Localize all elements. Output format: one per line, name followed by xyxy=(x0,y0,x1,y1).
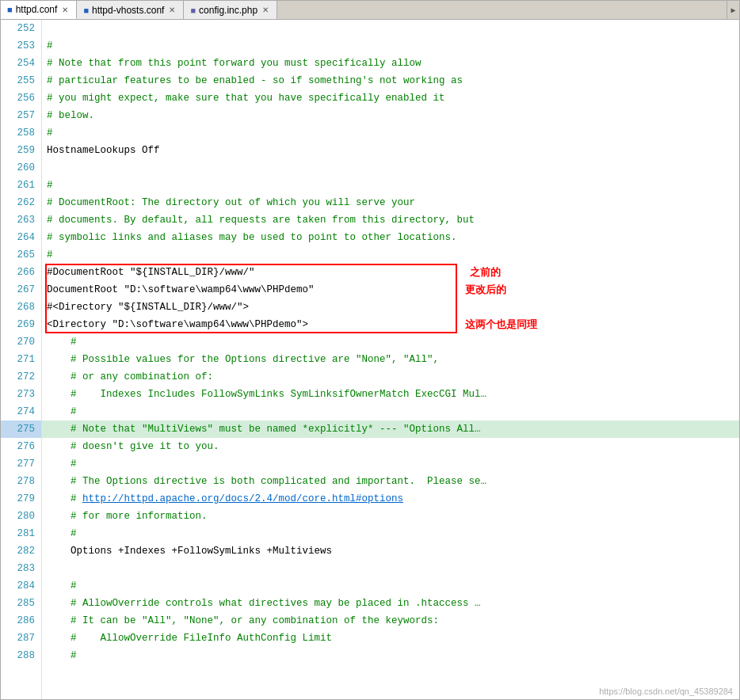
line-number-272: 272 xyxy=(1,368,41,386)
code-line-279: # http://httpd.apache.org/docs/2.4/mod/c… xyxy=(42,490,739,508)
line-number-288: 288 xyxy=(1,647,41,664)
code-line-260 xyxy=(42,159,739,177)
line-number-265: 265 xyxy=(1,246,41,264)
code-line-261: # xyxy=(42,177,739,194)
line-numbers: 2522532542552562572582592602612622632642… xyxy=(1,20,42,699)
line-number-281: 281 xyxy=(1,525,41,542)
tab-config-inc[interactable]: ■ config.inc.php ✕ xyxy=(184,1,277,19)
code-line-270: # xyxy=(42,333,739,351)
code-line-266: #DocumentRoot "${INSTALL_DIR}/www/" xyxy=(42,264,739,281)
code-line-275: # Note that "MultiViews" must be named *… xyxy=(42,420,739,438)
line-number-275: 275 xyxy=(1,420,41,438)
line-number-283: 283 xyxy=(1,560,41,577)
tab-label-httpd-vhosts: httpd-vhosts.conf xyxy=(92,5,164,16)
tab-close-httpd-vhosts[interactable]: ✕ xyxy=(167,6,177,15)
code-line-256: # you might expect, make sure that you h… xyxy=(42,89,739,107)
line-number-262: 262 xyxy=(1,194,41,211)
line-number-254: 254 xyxy=(1,55,41,72)
line-number-286: 286 xyxy=(1,612,41,630)
line-number-253: 253 xyxy=(1,37,41,55)
code-line-277: # xyxy=(42,455,739,473)
tab-label-config-inc: config.inc.php xyxy=(199,5,257,16)
line-number-257: 257 xyxy=(1,107,41,124)
code-line-278: # The Options directive is both complica… xyxy=(42,473,739,490)
code-line-276: # doesn't give it to you. xyxy=(42,438,739,455)
line-number-285: 285 xyxy=(1,595,41,612)
code-line-284: # xyxy=(42,577,739,595)
line-number-276: 276 xyxy=(1,438,41,455)
tab-close-httpd-conf[interactable]: ✕ xyxy=(60,5,70,14)
line-number-277: 277 xyxy=(1,455,41,473)
code-line-282: Options +Indexes +FollowSymLinks +Multiv… xyxy=(42,542,739,560)
line-number-282: 282 xyxy=(1,542,41,560)
code-line-269: <Directory "D:\software\wamp64\www\PHPde… xyxy=(42,316,739,333)
code-line-272: # or any combination of: xyxy=(42,368,739,386)
editor-window: ■ httpd.conf ✕ ■ httpd-vhosts.conf ✕ ■ c… xyxy=(0,0,740,700)
line-number-266: 266 xyxy=(1,264,41,281)
editor-area: 2522532542552562572582592602612622632642… xyxy=(1,20,739,699)
code-line-287: # AllowOverride FileInfo AuthConfig Limi… xyxy=(42,630,739,647)
code-line-286: # It can be "All", "None", or any combin… xyxy=(42,612,739,630)
line-number-284: 284 xyxy=(1,577,41,595)
code-line-259: HostnameLookups Off xyxy=(42,142,739,159)
code-line-267: DocumentRoot "D:\software\wamp64\www\PHP… xyxy=(42,281,739,299)
tab-bar: ■ httpd.conf ✕ ■ httpd-vhosts.conf ✕ ■ c… xyxy=(1,1,739,20)
line-number-255: 255 xyxy=(1,72,41,89)
code-line-280: # for more information. xyxy=(42,508,739,525)
code-line-263: # documents. By default, all requests ar… xyxy=(42,211,739,229)
line-number-260: 260 xyxy=(1,159,41,177)
line-number-259: 259 xyxy=(1,142,41,159)
code-line-264: # symbolic links and aliases may be used… xyxy=(42,229,739,246)
line-number-263: 263 xyxy=(1,211,41,229)
tab-label-httpd-conf: httpd.conf xyxy=(16,4,58,15)
line-number-256: 256 xyxy=(1,89,41,107)
line-number-271: 271 xyxy=(1,351,41,368)
code-line-268: #<Directory "${INSTALL_DIR}/www/"> xyxy=(42,299,739,316)
tab-httpd-vhosts[interactable]: ■ httpd-vhosts.conf ✕ xyxy=(77,1,184,19)
code-line-281: # xyxy=(42,525,739,542)
code-line-274: # xyxy=(42,403,739,420)
tab-httpd-conf[interactable]: ■ httpd.conf ✕ xyxy=(1,1,77,19)
tab-icon-vhosts: ■ xyxy=(83,6,89,15)
code-line-262: # DocumentRoot: The directory out of whi… xyxy=(42,194,739,211)
watermark: https://blog.csdn.net/qn_45389284 xyxy=(599,687,733,696)
line-number-269: 269 xyxy=(1,316,41,333)
code-line-288: # xyxy=(42,647,739,664)
tab-icon-php: ■ xyxy=(190,6,196,15)
line-number-267: 267 xyxy=(1,281,41,299)
tab-icon-conf: ■ xyxy=(7,5,13,14)
code-line-257: # below. xyxy=(42,107,739,124)
line-number-279: 279 xyxy=(1,490,41,508)
code-line-258: # xyxy=(42,124,739,142)
line-number-261: 261 xyxy=(1,177,41,194)
line-number-258: 258 xyxy=(1,124,41,142)
line-number-264: 264 xyxy=(1,229,41,246)
code-line-271: # Possible values for the Options direct… xyxy=(42,351,739,368)
code-line-254: # Note that from this point forward you … xyxy=(42,55,739,72)
tab-close-config-inc[interactable]: ✕ xyxy=(261,6,270,15)
code-line-285: # AllowOverride controls what directives… xyxy=(42,595,739,612)
code-line-253: # xyxy=(42,37,739,55)
line-number-278: 278 xyxy=(1,473,41,490)
line-number-287: 287 xyxy=(1,630,41,647)
code-area[interactable]: ## Note that from this point forward you… xyxy=(42,20,739,699)
line-number-252: 252 xyxy=(1,20,41,37)
code-line-252 xyxy=(42,20,739,37)
line-number-280: 280 xyxy=(1,508,41,525)
code-line-255: # particular features to be enabled - so… xyxy=(42,72,739,89)
line-number-273: 273 xyxy=(1,386,41,403)
line-number-268: 268 xyxy=(1,299,41,316)
code-line-265: # xyxy=(42,246,739,264)
line-number-274: 274 xyxy=(1,403,41,420)
line-number-270: 270 xyxy=(1,333,41,351)
code-line-273: # Indexes Includes FollowSymLinks SymLin… xyxy=(42,386,739,403)
code-line-283 xyxy=(42,560,739,577)
tab-scroll-button[interactable]: ▶ xyxy=(727,1,739,20)
